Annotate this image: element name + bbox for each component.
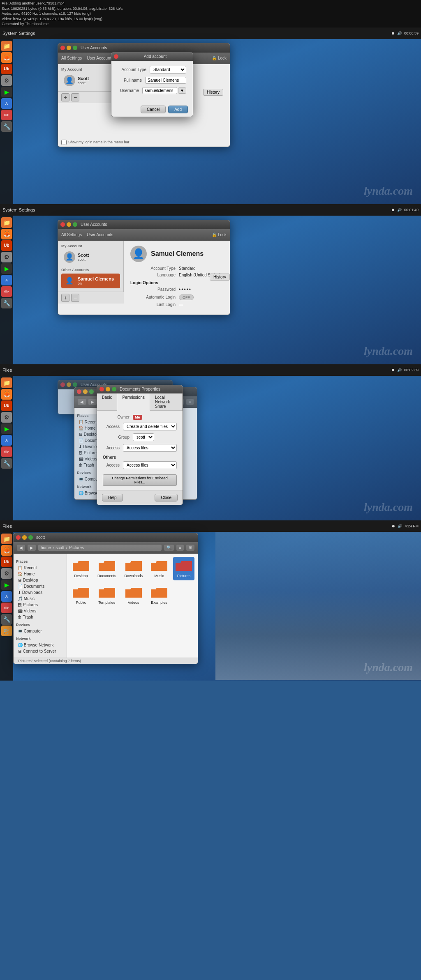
dock-files-2[interactable]: 📁	[1, 217, 12, 228]
props-tab-basic[interactable]: Basic	[97, 393, 117, 410]
ua-lock-2[interactable]: 🔒 Lock	[212, 232, 227, 237]
username-expand-btn[interactable]: ▼	[178, 87, 186, 94]
max-btn-ua-3[interactable]	[73, 382, 77, 387]
dock-text-3[interactable]: A	[1, 435, 12, 446]
dock-misc-2[interactable]: 🔧	[1, 298, 12, 308]
fm-back-btn-3[interactable]: ◀	[78, 399, 86, 405]
max-btn-fm-3[interactable]	[89, 389, 94, 394]
fm-item-music[interactable]: Music	[148, 557, 170, 580]
close-btn-fm-4[interactable]	[16, 535, 21, 540]
dock-terminal-4[interactable]: ▶	[1, 580, 12, 590]
dock-text-2[interactable]: A	[1, 275, 12, 285]
fm-item-pictures[interactable]: Pictures	[173, 557, 194, 580]
sidebar-trash-4[interactable]: 🗑 Trash	[16, 614, 64, 620]
fm-fwd-btn-3[interactable]: ▶	[88, 399, 97, 405]
fm-item-templates[interactable]: Templates	[95, 584, 119, 607]
fm-item-examples[interactable]: Examples	[148, 584, 170, 607]
add-user-button-1[interactable]: +	[61, 93, 69, 101]
min-button-2[interactable]	[67, 222, 71, 227]
dock-files-3[interactable]: 📁	[1, 377, 12, 388]
dock-misc-3[interactable]: 🔧	[1, 458, 12, 469]
dock-ubuntu-3[interactable]: Ub	[1, 400, 12, 411]
min-btn-ua-3[interactable]	[67, 382, 71, 387]
min-button-1[interactable]	[67, 46, 71, 50]
ua-user-samuel[interactable]: 👤 Samuel Clemens on	[61, 274, 120, 288]
ua-lock-1[interactable]: 🔒 Lock	[212, 56, 227, 60]
min-btn-fm-4[interactable]	[22, 535, 27, 540]
props-others-access-select[interactable]: Access files Create and delete files Lis…	[123, 461, 177, 469]
max-btn-fm-4[interactable]	[28, 535, 33, 540]
show-login-checkbox-1[interactable]	[61, 140, 67, 145]
fm-fwd-btn-4[interactable]: ▶	[28, 545, 36, 551]
remove-user-button-1[interactable]: −	[71, 93, 79, 101]
dock-firefox-2[interactable]: 🦊	[1, 229, 12, 239]
dock-firefox[interactable]: 🦊	[1, 52, 12, 63]
props-group-select[interactable]: scott	[133, 433, 154, 441]
add-user-button-2[interactable]: +	[61, 294, 69, 302]
dock-terminal-3[interactable]: ▶	[1, 423, 12, 434]
close-button-2[interactable]	[60, 222, 65, 227]
history-button-1[interactable]: History	[203, 89, 223, 96]
dock-terminal-2[interactable]: ▶	[1, 263, 12, 274]
dock-terminal[interactable]: ▶	[1, 87, 12, 97]
dock-ubuntu-2[interactable]: Ub	[1, 240, 12, 251]
ua-user-scott-2[interactable]: 👤 Scott scott	[61, 250, 120, 265]
sidebar-recent-4[interactable]: 📋 Recent	[16, 565, 64, 571]
min-btn-fm-3[interactable]	[83, 389, 88, 394]
dock-misc[interactable]: 🔧	[1, 121, 12, 132]
ua-all-settings-link-1[interactable]: All Settings	[61, 56, 82, 60]
dock-text-4[interactable]: A	[1, 591, 12, 602]
sidebar-computer-4[interactable]: 💻 Computer	[16, 628, 64, 634]
props-group-access-select[interactable]: Access files Create and delete files Lis…	[123, 444, 177, 452]
dock-ubuntu-4[interactable]: Ub	[1, 557, 12, 567]
props-owner-access-select[interactable]: Create and delete files Access files Lis…	[123, 423, 177, 430]
dock-files[interactable]: 📁	[1, 41, 12, 51]
remove-user-button-2[interactable]: −	[71, 294, 79, 302]
close-btn-fm-3[interactable]	[77, 389, 81, 394]
full-name-input[interactable]	[145, 77, 186, 84]
dock-shop-4[interactable]: 🛒	[1, 626, 12, 636]
max-button-1[interactable]	[73, 46, 77, 50]
max-button-2[interactable]	[73, 222, 77, 227]
props-min-btn[interactable]	[106, 387, 110, 391]
sidebar-downloads-4[interactable]: ⬇ Downloads	[16, 589, 64, 596]
fm-search-btn-4[interactable]: 🔍	[164, 545, 174, 551]
sidebar-documents-4[interactable]: 📄 Documents	[16, 583, 64, 589]
props-close-btn[interactable]	[99, 387, 104, 391]
dock-settings-4[interactable]: ⚙	[1, 568, 12, 579]
dock-paint-4[interactable]: ✏	[1, 603, 12, 613]
sidebar-pictures-4[interactable]: 🖼 Pictures	[16, 602, 64, 608]
close-button-1[interactable]	[60, 46, 65, 50]
account-type-select[interactable]: Standard Administrator	[150, 66, 186, 74]
sidebar-home-4[interactable]: 🏠 Home	[16, 571, 64, 577]
ua-all-settings-link-2[interactable]: All Settings	[61, 232, 82, 237]
dialog-close-btn[interactable]	[114, 54, 118, 59]
change-perms-btn[interactable]: Change Permissions for Enclosed Files...	[103, 474, 177, 486]
cancel-button-dialog[interactable]: Cancel	[141, 106, 166, 113]
sidebar-music-4[interactable]: 🎵 Music	[16, 596, 64, 602]
dock-firefox-3[interactable]: 🦊	[1, 389, 12, 400]
props-tab-permissions[interactable]: Permissions	[117, 393, 150, 411]
sidebar-connect-server-4[interactable]: 🖥 Connect to Server	[16, 648, 64, 654]
sidebar-videos-4[interactable]: 🎬 Videos	[16, 608, 64, 614]
fm-item-documents[interactable]: Documents	[95, 557, 119, 580]
props-close-dialog-btn[interactable]: Close	[155, 494, 178, 502]
ua-user-accounts-link-2[interactable]: User Accounts	[87, 232, 113, 237]
fm-item-downloads[interactable]: Downloads	[122, 557, 145, 580]
dock-misc-4[interactable]: 🔧	[1, 614, 12, 625]
dock-settings[interactable]: ⚙	[1, 75, 12, 86]
dock-paint-3[interactable]: ✏	[1, 446, 12, 457]
dock-paint[interactable]: ✏	[1, 110, 12, 120]
dock-paint-2[interactable]: ✏	[1, 286, 12, 297]
fm-back-btn-4[interactable]: ◀	[17, 545, 25, 551]
dock-ubuntu[interactable]: Ub	[1, 64, 12, 74]
props-max-btn[interactable]	[112, 387, 116, 391]
sidebar-desktop-4[interactable]: 🖥 Desktop	[16, 577, 64, 583]
dock-settings-3[interactable]: ⚙	[1, 412, 12, 423]
dock-firefox-4[interactable]: 🦊	[1, 545, 12, 556]
history-button-2[interactable]: History	[210, 274, 230, 281]
fm-item-desktop[interactable]: Desktop	[70, 557, 92, 580]
fm-item-public[interactable]: Public	[70, 584, 92, 607]
dock-text[interactable]: A	[1, 98, 12, 109]
fm-grid-view-btn[interactable]: ⊞	[186, 545, 194, 551]
